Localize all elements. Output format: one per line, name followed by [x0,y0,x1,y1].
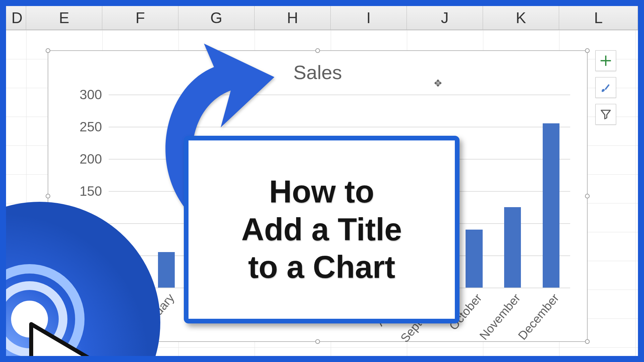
excel-window: D E F G H I J K L Sales ✥ 50100150200250… [6,6,638,356]
y-tick-label: 150 [72,184,102,199]
column-header-I[interactable]: I [331,6,407,29]
y-tick-label: 300 [72,87,102,102]
chart-title[interactable]: Sales [48,61,587,83]
resize-handle[interactable] [315,48,320,53]
tutorial-line: Add a Title [241,211,402,249]
worksheet-grid[interactable]: Sales ✥ 50100150200250300 JanuaryFebruar… [6,30,638,356]
column-header-F[interactable]: F [102,6,178,29]
column-header-H[interactable]: H [255,6,331,29]
y-tick-label: 100 [72,216,102,231]
tutorial-title-card: How to Add a Title to a Chart [184,136,460,323]
resize-handle[interactable] [585,339,590,344]
y-tick-label: 50 [72,248,102,263]
column-header-L[interactable]: L [559,6,638,29]
svg-point-3 [11,301,48,338]
resize-handle[interactable] [46,48,50,53]
chart-bar[interactable] [158,252,175,288]
resize-handle[interactable] [585,48,590,53]
tutorial-title-text: How to Add a Title to a Chart [241,173,402,286]
chart-bar[interactable] [119,272,136,288]
column-header-E[interactable]: E [26,6,102,29]
chart-bar[interactable] [466,230,482,288]
y-axis: 50100150200250300 [72,95,102,288]
resize-handle[interactable] [585,194,590,198]
plus-icon [600,55,612,67]
column-header-K[interactable]: K [483,6,559,29]
chart-filters-button[interactable] [595,104,616,125]
brush-icon [600,81,612,94]
tutorial-line: How to [241,173,402,211]
chart-bar[interactable] [504,207,521,288]
resize-handle[interactable] [46,194,50,198]
y-tick-label: 250 [72,119,102,134]
tutorial-line: to a Chart [241,248,402,286]
resize-handle[interactable] [315,339,320,344]
column-header-row: D E F G H I J K L [6,6,638,30]
chart-side-tools [595,50,616,125]
column-header-G[interactable]: G [178,6,255,29]
funnel-icon [600,108,612,120]
column-header-J[interactable]: J [407,6,483,29]
chart-styles-button[interactable] [595,77,616,98]
chart-bar[interactable] [543,123,559,288]
resize-handle[interactable] [46,339,50,344]
chart-elements-button[interactable] [595,50,616,71]
column-header-D[interactable]: D [6,6,26,29]
y-tick-label: 200 [72,152,102,167]
x-tick-label: January [100,291,139,333]
